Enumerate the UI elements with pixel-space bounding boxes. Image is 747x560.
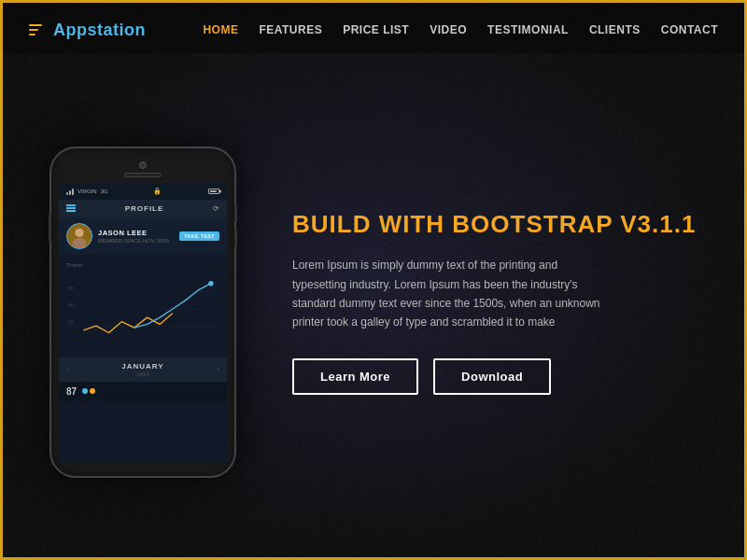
learn-more-button[interactable]: Learn More <box>292 358 418 395</box>
nav-item-pricelist[interactable]: PRICE LIST <box>343 23 409 36</box>
hero-buttons: Learn More Download <box>292 358 707 395</box>
dot-gold <box>90 388 95 394</box>
main-container: Appstation HOME FEATURES PRICE LIST VIDE… <box>3 3 744 557</box>
power-button <box>49 214 51 242</box>
hero-description: Lorem Ipsum is simply dummy text of the … <box>292 256 610 332</box>
logo-suffix: station <box>88 21 147 39</box>
logo: Appstation <box>29 20 146 40</box>
month-name: JANUARY <box>121 362 163 371</box>
svg-point-2 <box>73 237 87 247</box>
nav-item-home[interactable]: HOME <box>203 23 238 36</box>
speaker <box>124 173 162 177</box>
hero-text: BUILD WITH BOOTSTRAP V3.1.1 Lorem Ipsum … <box>264 210 744 395</box>
month-year: 2014 <box>121 371 163 377</box>
profile-row: JASON LEEE MEMBER SINCE NOV 2005 TAKE TE… <box>59 217 227 255</box>
svg-text:40: 40 <box>68 302 74 308</box>
logo-text: Appstation <box>53 21 146 40</box>
profile-info: JASON LEEE MEMBER SINCE NOV 2005 <box>98 229 174 244</box>
profile-sub: MEMBER SINCE NOV 2005 <box>98 238 174 244</box>
status-bar: VIRGIN 3G 🔒 <box>59 183 227 200</box>
header: Appstation HOME FEATURES PRICE LIST VIDE… <box>3 3 744 53</box>
nav-item-testimonial[interactable]: TESTIMONIAL <box>487 23 569 36</box>
svg-point-1 <box>75 228 83 236</box>
vol-down-button <box>234 229 237 247</box>
camera-icon <box>139 161 147 169</box>
network-label: 3G <box>101 189 108 194</box>
dot-cyan <box>82 388 88 394</box>
trend-label: Trend <box>66 262 219 268</box>
month-display: JANUARY 2014 <box>121 362 163 377</box>
svg-text:20: 20 <box>68 319 74 325</box>
nav-item-video[interactable]: VIDEO <box>430 23 467 36</box>
nav-item-features[interactable]: FEATURES <box>259 23 322 36</box>
stats-row: 87 <box>59 382 227 401</box>
hero-section: VIRGIN 3G 🔒 <box>3 53 744 552</box>
logo-prefix: App <box>53 21 88 39</box>
refresh-icon[interactable]: ⟳ <box>213 204 219 213</box>
hamburger-menu[interactable] <box>66 204 76 212</box>
logo-icon <box>29 20 49 40</box>
battery-fill <box>210 190 217 192</box>
vol-up-button <box>234 204 237 223</box>
avatar <box>66 223 92 249</box>
nav: HOME FEATURES PRICE LIST VIDEO TESTIMONI… <box>203 23 718 36</box>
phone-container: VIRGIN 3G 🔒 <box>21 147 264 478</box>
stat-dots <box>82 388 95 394</box>
screen-title: PROFILE <box>79 204 209 213</box>
take-test-button[interactable]: TAKE TEST <box>179 231 219 241</box>
download-button[interactable]: Download <box>433 358 551 395</box>
app-nav-bar: PROFILE ⟳ <box>59 200 227 217</box>
profile-name: JASON LEEE <box>98 229 174 237</box>
lock-icon: 🔒 <box>153 188 162 195</box>
chart-area: Trend 60 40 20 <box>59 255 227 357</box>
month-bar: ‹ JANUARY 2014 › <box>59 357 227 382</box>
prev-month-arrow[interactable]: ‹ <box>66 365 69 373</box>
svg-point-9 <box>208 280 213 285</box>
outer-border: Appstation HOME FEATURES PRICE LIST VIDE… <box>0 0 747 560</box>
nav-item-clients[interactable]: CLIENTS <box>589 23 641 36</box>
phone-mockup: VIRGIN 3G 🔒 <box>49 147 236 478</box>
battery-icon <box>208 189 219 194</box>
phone-top <box>59 161 227 177</box>
hero-title: BUILD WITH BOOTSTRAP V3.1.1 <box>292 210 707 239</box>
signal-bars <box>66 188 74 195</box>
carrier-label: VIRGIN <box>78 189 97 194</box>
trend-chart: 60 40 20 <box>66 272 219 346</box>
stat-number: 87 <box>66 386 77 397</box>
svg-text:60: 60 <box>68 285 74 290</box>
phone-screen: VIRGIN 3G 🔒 <box>59 183 227 463</box>
next-month-arrow[interactable]: › <box>217 365 219 373</box>
nav-item-contact[interactable]: CONTACT <box>661 23 718 36</box>
signal-area: VIRGIN 3G <box>66 188 108 195</box>
